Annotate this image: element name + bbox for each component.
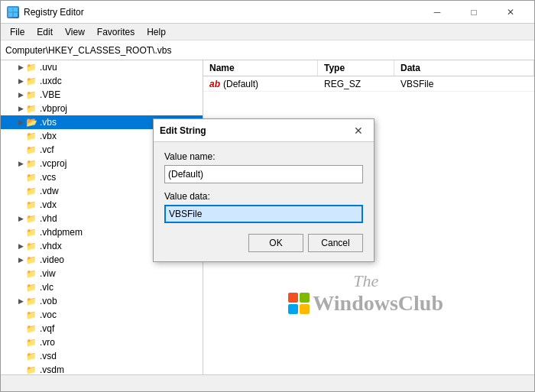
folder-icon: 📁 [25,185,37,197]
tree-arrow [16,308,25,322]
tree-arrow [16,363,25,374]
reg-value-icon: ab [209,79,220,89]
tree-item[interactable]: 📁 .vsd [1,349,203,363]
reg-type-cell: REG_SZ [318,77,394,91]
tree-item[interactable]: ▶ 📁 .vbproj [1,102,203,115]
tree-arrow: ▶ [16,212,25,225]
folder-icon: 📁 [25,171,37,183]
app-icon [7,6,19,18]
folder-icon: 📁 [25,75,37,87]
menu-view[interactable]: View [59,25,91,39]
tree-item-label: .vhdx [40,241,62,251]
column-headers: Name Type Data [203,60,534,76]
folder-icon: 📁 [25,364,37,374]
tree-arrow [16,349,25,363]
tree-item-label: .vhd [40,213,57,224]
tree-arrow [16,225,25,239]
window-title: Registry Editor [24,7,420,18]
dialog-close-button[interactable]: ✕ [349,121,368,140]
tree-item-label: .vbproj [40,103,67,114]
tree-item-label: .vob [40,296,57,306]
registry-row-default[interactable]: ab (Default) REG_SZ VBSFile [203,76,534,92]
folder-icon: 📁 [25,254,37,266]
column-data-header: Data [394,60,534,76]
svg-rect-0 [8,8,13,12]
tree-item[interactable]: 📁 .vlc [1,280,203,294]
reg-data-cell: VBSFile [394,77,534,91]
menu-help[interactable]: Help [141,25,172,39]
value-data-label: Value data: [164,191,363,202]
folder-icon: 📁 [25,309,37,321]
value-data-input[interactable] [164,205,363,223]
dialog-title-bar: Edit String ✕ [154,119,374,142]
folder-open-icon: 📂 [25,116,37,128]
tree-item[interactable]: 📁 .vqf [1,322,203,335]
status-bar [1,374,534,391]
tree-item-label: .vcproj [40,158,66,169]
value-name-label: Value name: [164,151,363,162]
edit-string-dialog: Edit String ✕ Value name: Value data: OK… [153,118,374,262]
folder-icon: 📁 [25,89,37,101]
folder-icon: 📁 [25,350,37,362]
folder-icon: 📁 [25,336,37,348]
tree-arrow [16,143,25,157]
dialog-body: Value name: Value data: OK Cancel [154,142,374,261]
tree-item-label: .vcs [40,172,56,183]
ok-button[interactable]: OK [248,234,303,252]
folder-icon: 📁 [25,295,37,307]
folder-icon: 📁 [25,102,37,115]
menu-edit[interactable]: Edit [31,25,59,39]
tree-item[interactable]: 📁 .vro [1,335,203,349]
menu-bar: File Edit View Favorites Help [1,24,534,40]
tree-item-label: .vdw [40,186,59,196]
folder-icon: 📁 [25,61,37,73]
tree-arrow [16,322,25,335]
tree-item-label: .VBE [40,89,60,100]
tree-item[interactable]: ▶ 📁 .uxdc [1,74,203,88]
tree-item[interactable]: 📁 .vsdm [1,363,203,374]
tree-arrow: ▶ [16,253,25,267]
tree-item-label: .vsdm [40,364,64,374]
folder-icon: 📁 [25,226,37,238]
dialog-title: Edit String [160,125,349,136]
folder-icon: 📁 [25,157,37,170]
window-controls: ─ □ ✕ [420,1,528,24]
svg-rect-3 [14,12,18,17]
tree-arrow [16,198,25,212]
address-path: Computer\HKEY_CLASSES_ROOT\.vbs [5,45,171,56]
tree-item[interactable]: 📁 .viw [1,267,203,280]
tree-arrow: ▶ [16,239,25,253]
tree-item-label: .vcf [40,144,54,155]
tree-item-label: .vhdpmem [40,227,83,238]
tree-arrow [16,335,25,349]
tree-arrow [16,184,25,198]
maximize-button[interactable]: □ [456,1,491,24]
folder-icon: 📁 [25,281,37,293]
tree-item[interactable]: ▶ 📁 .VBE [1,88,203,102]
folder-icon: 📁 [25,199,37,211]
folder-icon: 📁 [25,144,37,156]
tree-item-label: .vbx [40,131,57,141]
tree-item-label: .video [40,254,64,265]
folder-icon: 📁 [25,240,37,252]
menu-file[interactable]: File [4,25,31,39]
tree-item[interactable]: ▶ 📁 .uvu [1,60,203,74]
tree-item-label: .vro [40,337,55,348]
tree-arrow: ▶ [16,74,25,88]
tree-arrow [16,170,25,184]
tree-item-label: .vsd [40,351,57,361]
menu-favorites[interactable]: Favorites [91,25,141,39]
tree-item-label: .viw [40,268,56,279]
tree-item-label: .vlc [40,282,54,293]
folder-icon: 📁 [25,322,37,335]
close-button[interactable]: ✕ [493,1,528,24]
cancel-button[interactable]: Cancel [308,234,363,252]
tree-item[interactable]: 📁 .voc [1,308,203,322]
reg-name-value: (Default) [223,79,258,89]
tree-arrow [16,267,25,280]
value-name-input[interactable] [164,165,363,183]
tree-arrow: ▶ [16,115,25,129]
minimize-button[interactable]: ─ [420,1,455,24]
tree-arrow [16,129,25,143]
tree-item[interactable]: ▶ 📁 .vob [1,294,203,308]
